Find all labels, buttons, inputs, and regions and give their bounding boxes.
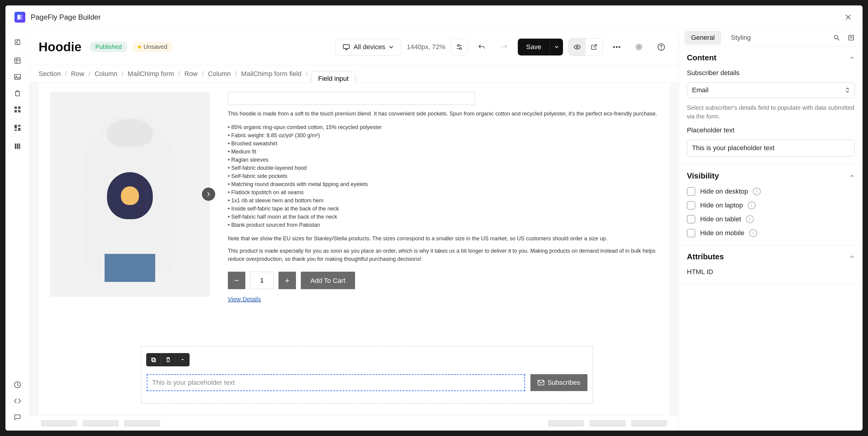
- panel-search-button[interactable]: [831, 32, 843, 44]
- rail-columns-button[interactable]: [10, 139, 25, 153]
- chevron-down-icon: [389, 45, 394, 50]
- breadcrumb: Section/ Row/ Column/ MailChimp form/ Ro…: [30, 65, 679, 83]
- settings-button[interactable]: [630, 38, 647, 56]
- section-content-header[interactable]: Content: [679, 47, 863, 69]
- help-icon: [657, 43, 665, 51]
- caret-down-icon: [181, 358, 184, 361]
- responsive-settings-button[interactable]: [451, 38, 468, 56]
- bullet-item: Self-fabric half moon at the back of the…: [228, 213, 658, 221]
- chevron-down-icon: [555, 45, 559, 49]
- clock-icon: [13, 381, 22, 389]
- svg-point-25: [661, 48, 662, 49]
- breadcrumb-item[interactable]: Row: [184, 70, 198, 78]
- open-external-button[interactable]: [586, 38, 602, 56]
- qty-input[interactable]: [250, 272, 274, 289]
- svg-rect-2: [14, 75, 21, 79]
- breadcrumb-item[interactable]: Column: [208, 70, 231, 78]
- device-selector[interactable]: All devices: [335, 38, 401, 56]
- svg-rect-6: [14, 110, 17, 113]
- svg-rect-28: [538, 380, 544, 385]
- rail-layers-button[interactable]: [10, 53, 25, 68]
- section-visibility-header[interactable]: Visibility: [679, 165, 863, 187]
- chevron-up-icon: [849, 173, 855, 179]
- breadcrumb-item[interactable]: Row: [71, 70, 84, 78]
- section-attributes-title: Attributes: [687, 252, 724, 261]
- undo-button[interactable]: [473, 38, 490, 56]
- save-dropdown[interactable]: [550, 38, 563, 56]
- tab-styling[interactable]: Styling: [724, 31, 757, 45]
- svg-rect-4: [14, 107, 17, 109]
- svg-point-23: [638, 46, 640, 48]
- chat-icon: [13, 413, 22, 421]
- image-next-button[interactable]: [202, 187, 215, 201]
- rail-code-button[interactable]: [10, 394, 25, 408]
- product-description: This hoodie is made from a soft to the t…: [228, 110, 658, 118]
- bullet-item: Self-fabric side pockets: [228, 172, 658, 180]
- unsaved-label: Unsaved: [144, 43, 167, 50]
- mailchimp-form-block[interactable]: This is your placeholder text Subscribes: [141, 346, 593, 403]
- svg-point-17: [458, 45, 459, 47]
- info-icon[interactable]: i: [748, 201, 755, 209]
- hide-laptop-checkbox[interactable]: [687, 201, 695, 209]
- view-details-link[interactable]: View Details: [228, 295, 261, 303]
- grid-icon: [13, 106, 22, 113]
- breadcrumb-item[interactable]: Column: [95, 70, 118, 78]
- subscriber-help-text: Select subscriber's details field to pop…: [687, 104, 855, 121]
- viewport-text: 1440px, 72%: [407, 43, 445, 51]
- svg-point-18: [460, 48, 461, 50]
- duplicate-button[interactable]: [146, 353, 161, 366]
- bullet-item: Medium fit: [228, 148, 658, 156]
- made-to-order-note: This product is made especially for you …: [228, 247, 658, 263]
- hide-tablet-checkbox[interactable]: [687, 215, 695, 224]
- trash-icon: [166, 357, 170, 362]
- info-icon[interactable]: i: [753, 187, 761, 195]
- app-logo: [14, 12, 25, 23]
- rail-image-button[interactable]: [10, 70, 25, 84]
- rail-history-button[interactable]: [10, 378, 25, 392]
- add-to-cart-button[interactable]: Add To Cart: [301, 272, 355, 289]
- breadcrumb-item[interactable]: MailChimp form: [128, 70, 174, 78]
- hide-tablet-label: Hide on tablet: [700, 215, 741, 223]
- hide-mobile-label: Hide on mobile: [700, 229, 744, 237]
- description-input-placeholder[interactable]: [228, 92, 475, 105]
- section-visibility-title: Visibility: [687, 171, 719, 181]
- collapse-rail-button[interactable]: [10, 35, 25, 50]
- subscribe-button[interactable]: Subscribes: [530, 374, 587, 391]
- dashboard-icon: [13, 124, 22, 132]
- delete-button[interactable]: [161, 353, 175, 366]
- breadcrumb-item[interactable]: Section: [38, 70, 61, 78]
- bullet-item: 85% organic ring-spun combed cotton, 15%…: [228, 123, 658, 132]
- rail-chat-button[interactable]: [10, 410, 25, 425]
- section-attributes-header[interactable]: Attributes: [679, 245, 863, 268]
- rail-shopify-button[interactable]: [10, 86, 25, 100]
- subscriber-details-select[interactable]: Email: [687, 82, 855, 98]
- panel-notes-button[interactable]: [845, 32, 857, 44]
- svg-rect-5: [18, 107, 21, 109]
- qty-decrement-button[interactable]: −: [228, 272, 245, 289]
- rail-sections-button[interactable]: [10, 121, 25, 135]
- close-button[interactable]: [843, 12, 854, 23]
- bullet-item: Flatlock topstitch on all seams: [228, 188, 658, 197]
- bullet-item: 1x1 rib at sleeve hem and bottom hem: [228, 197, 658, 205]
- svg-point-22: [618, 46, 620, 48]
- qty-increment-button[interactable]: +: [278, 272, 296, 289]
- hide-mobile-checkbox[interactable]: [687, 229, 695, 237]
- unsaved-dot-icon: [138, 46, 141, 49]
- info-icon[interactable]: i: [749, 229, 757, 237]
- info-icon[interactable]: i: [746, 215, 754, 223]
- form-field-input[interactable]: This is your placeholder text: [147, 374, 525, 391]
- tab-general[interactable]: General: [684, 31, 721, 45]
- save-button[interactable]: Save: [518, 38, 550, 56]
- hide-desktop-checkbox[interactable]: [687, 187, 695, 196]
- redo-button[interactable]: [495, 38, 513, 56]
- svg-rect-8: [14, 125, 17, 128]
- more-button[interactable]: [608, 38, 625, 56]
- rail-blocks-button[interactable]: [10, 102, 25, 117]
- breadcrumb-item[interactable]: MailChimp form field: [241, 70, 302, 78]
- app-title: PageFly Page Builder: [31, 13, 101, 21]
- element-menu-button[interactable]: [175, 353, 190, 366]
- preview-eye-button[interactable]: [569, 38, 586, 56]
- placeholder-text-input[interactable]: This is your placeholder text: [687, 140, 855, 156]
- help-button[interactable]: [653, 38, 670, 56]
- bullet-item: Inside self-fabric tape at the back of t…: [228, 205, 658, 213]
